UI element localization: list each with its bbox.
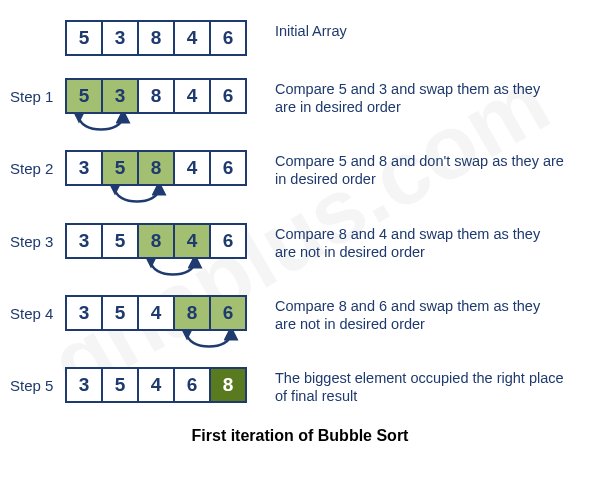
array-cell: 4 [137,367,175,403]
array-cell: 4 [137,295,175,331]
array-cell: 3 [101,78,139,114]
array-wrapper: 53846 [65,78,247,114]
array-wrapper: 35846 [65,223,247,259]
array-cell: 3 [65,295,103,331]
array-cell: 6 [209,20,247,56]
array-cell: 4 [173,78,211,114]
step-label: Step 3 [10,223,65,250]
array-cell: 5 [101,367,139,403]
step-label [10,20,65,30]
array-wrapper: 35468 [65,367,247,403]
array-cell: 5 [65,78,103,114]
swap-arrow-icon [65,114,125,138]
array-wrapper: 53846 [65,20,247,56]
array-cell: 3 [65,150,103,186]
step-description: Compare 8 and 6 and swap them as they ar… [275,295,565,333]
array-wrapper: 35486 [65,295,247,331]
swap-arrow-icon [173,331,233,355]
array-cell: 6 [209,223,247,259]
array-cell: 3 [65,223,103,259]
array-cell: 4 [173,20,211,56]
step-row: Step 535468The biggest element occupied … [10,367,590,405]
step-label: Step 4 [10,295,65,322]
step-label: Step 2 [10,150,65,177]
array-cell: 8 [173,295,211,331]
array-wrapper: 35846 [65,150,247,186]
array: 35846 [65,150,247,186]
step-row: Step 235846Compare 5 and 8 and don't swa… [10,150,590,188]
step-description: The biggest element occupied the right p… [275,367,565,405]
array-cell: 8 [137,78,175,114]
array-cell: 5 [65,20,103,56]
array-cell: 4 [173,223,211,259]
array-cell: 8 [137,223,175,259]
swap-arrow-icon [101,186,161,210]
array-cell: 8 [209,367,247,403]
array-cell: 5 [101,295,139,331]
array-cell: 8 [137,150,175,186]
array-cell: 3 [101,20,139,56]
step-label: Step 1 [10,78,65,105]
diagram-caption: First iteration of Bubble Sort [10,427,590,445]
array: 35486 [65,295,247,331]
step-row: Step 153846Compare 5 and 3 and swap them… [10,78,590,116]
array: 35468 [65,367,247,403]
array-cell: 6 [209,78,247,114]
array-cell: 6 [173,367,211,403]
array-cell: 4 [173,150,211,186]
array-cell: 5 [101,223,139,259]
swap-arrow-icon [137,259,197,283]
diagram-rows: 53846Initial ArrayStep 153846Compare 5 a… [10,20,590,405]
initial-row: 53846Initial Array [10,20,590,56]
step-label: Step 5 [10,367,65,394]
array-cell: 6 [209,295,247,331]
array: 35846 [65,223,247,259]
array-cell: 3 [65,367,103,403]
initial-label: Initial Array [275,20,347,40]
array-cell: 8 [137,20,175,56]
step-row: Step 335846Compare 8 and 4 and swap them… [10,223,590,261]
array: 53846 [65,78,247,114]
array-cell: 5 [101,150,139,186]
step-row: Step 435486Compare 8 and 6 and swap them… [10,295,590,333]
step-description: Compare 5 and 8 and don't swap as they a… [275,150,565,188]
array-cell: 6 [209,150,247,186]
step-description: Compare 5 and 3 and swap them as they ar… [275,78,565,116]
array: 53846 [65,20,247,56]
step-description: Compare 8 and 4 and swap them as they ar… [275,223,565,261]
